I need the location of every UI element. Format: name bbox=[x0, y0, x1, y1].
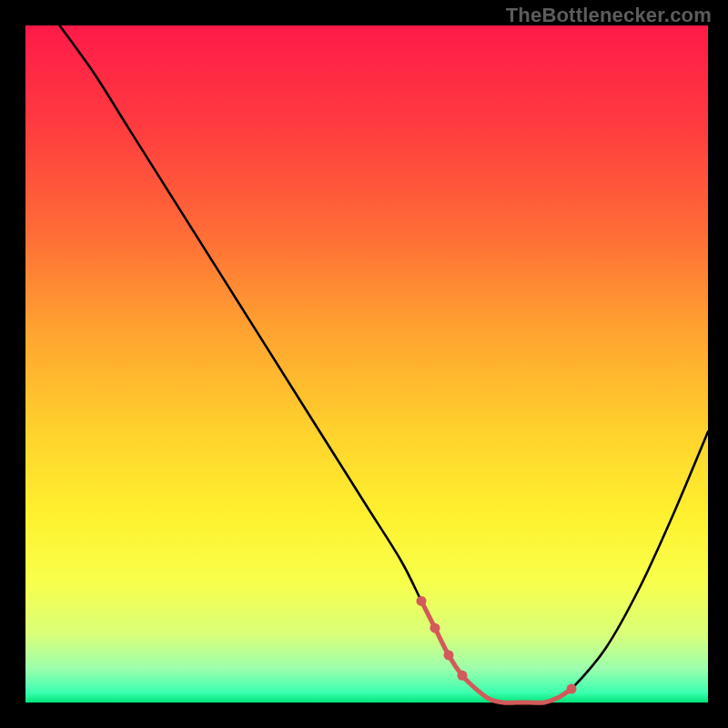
chart-container: TheBottlenecker.com bbox=[0, 0, 728, 728]
optimal-range-marker bbox=[430, 623, 440, 633]
bottleneck-chart bbox=[0, 0, 728, 728]
optimal-range-marker bbox=[458, 671, 468, 681]
optimal-range-marker bbox=[444, 650, 454, 660]
optimal-range-marker bbox=[567, 684, 577, 694]
watermark-text: TheBottlenecker.com bbox=[506, 4, 712, 27]
optimal-range-marker bbox=[417, 596, 427, 606]
